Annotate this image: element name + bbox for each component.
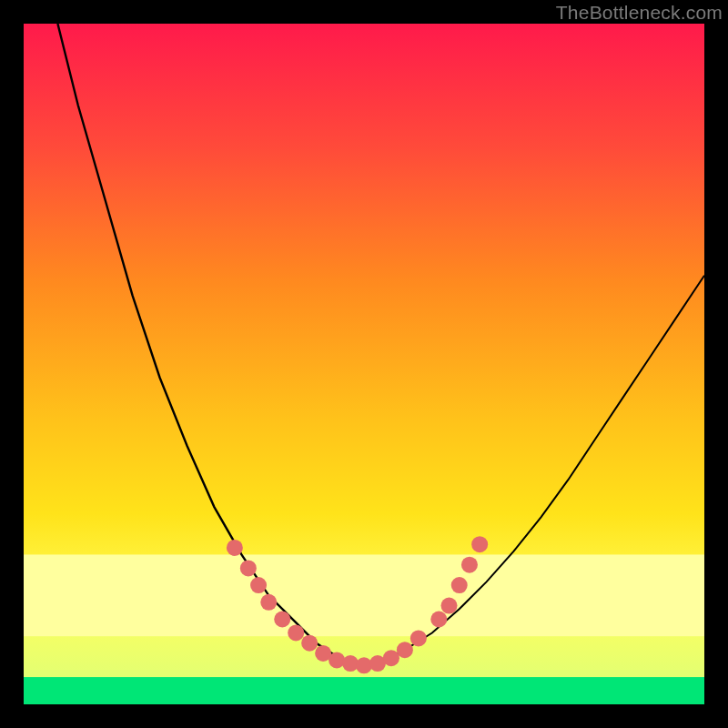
chart-svg [24,24,704,704]
marker-dot [288,624,304,641]
marker-dot [410,630,427,646]
marker-dot [430,612,447,628]
marker-dot [274,612,290,628]
marker-dot [451,577,468,593]
watermark-text: TheBottleneck.com [556,2,723,24]
marker-dot [227,540,243,556]
marker-dot [397,642,413,658]
marker-dot [441,598,458,614]
marker-dot [329,652,345,668]
marker-dot [471,536,488,552]
green-band [24,677,704,704]
pale-yellow-band [24,554,704,636]
marker-dot [461,557,478,573]
chart-frame [24,24,704,704]
marker-dot [240,560,257,576]
marker-dot [301,635,318,652]
marker-dot [383,650,399,666]
marker-dot [250,577,267,593]
marker-dot [260,594,277,611]
